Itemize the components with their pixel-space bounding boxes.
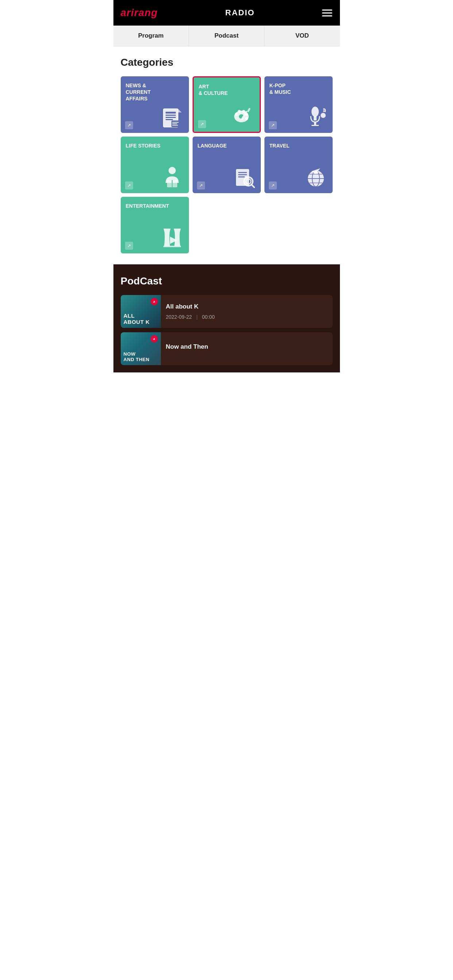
category-card-life[interactable]: LIFE STORIES ↗ — [121, 137, 189, 193]
language-arrow-icon: ↗ — [197, 181, 205, 189]
kpop-arrow-icon: ↗ — [269, 121, 277, 129]
category-label-entertainment: ENTERTAINMENT — [126, 203, 184, 209]
svg-rect-9 — [172, 123, 177, 124]
svg-rect-4 — [166, 117, 176, 118]
category-label-language: LANGUAGE — [198, 142, 256, 149]
svg-rect-23 — [312, 125, 319, 126]
life-icon — [126, 165, 184, 189]
podcast-time-all-about-k: 00:00 — [202, 314, 215, 320]
navigation-tabs: Program Podcast VOD — [113, 25, 340, 46]
tab-program[interactable]: Program — [113, 25, 189, 46]
podcast-info-all-about-k: All about K 2022-09-22 | 00:00 — [161, 298, 333, 325]
category-card-news[interactable]: NEWS &CURRENTAFFAIRS — [121, 76, 189, 133]
categories-section: Categories NEWS &CURRENTAFFAIRS — [113, 46, 340, 261]
podcast-date-all-about-k: 2022-09-22 — [166, 314, 192, 320]
svg-rect-31 — [238, 177, 245, 177]
podcast-info-now-and-then: Now and Then — [161, 338, 333, 359]
podcast-thumb-now-and-then: a NOWAND THEN — [121, 332, 161, 365]
svg-rect-8 — [172, 122, 179, 123]
podcast-name-now-and-then: Now and Then — [166, 343, 328, 350]
svg-rect-2 — [166, 112, 176, 113]
category-label-news: NEWS &CURRENTAFFAIRS — [126, 82, 184, 102]
art-arrow-icon: ↗ — [198, 120, 206, 128]
svg-point-15 — [242, 110, 245, 113]
podcast-section: PodCast a ALLABOUT K All about K 2022-09… — [113, 264, 340, 372]
podcast-thumb-all-about-k: a ALLABOUT K — [121, 295, 161, 328]
arirang-badge-icon-2: a — [150, 335, 158, 342]
arirang-logo: arirang — [121, 7, 158, 19]
news-icon — [126, 105, 184, 129]
category-card-entertainment[interactable]: ENTERTAINMENT ↗ — [121, 197, 189, 253]
art-icon — [199, 104, 255, 127]
svg-rect-19 — [247, 108, 250, 113]
svg-rect-5 — [166, 119, 173, 120]
podcast-name-all-about-k: All about K — [166, 303, 328, 310]
categories-heading: Categories — [121, 57, 333, 68]
svg-rect-22 — [314, 122, 316, 125]
svg-point-14 — [238, 110, 241, 113]
news-arrow-icon: ↗ — [125, 121, 133, 129]
category-card-art[interactable]: ART& CULTURE ↗ — [193, 76, 261, 133]
svg-rect-21 — [314, 116, 317, 121]
kpop-icon — [269, 105, 328, 129]
svg-point-25 — [168, 167, 176, 174]
travel-icon — [269, 165, 328, 189]
category-label-art: ART& CULTURE — [199, 83, 255, 96]
podcast-heading: PodCast — [121, 275, 333, 287]
page-title: RADIO — [225, 8, 255, 18]
podcast-meta-divider: | — [196, 314, 198, 320]
svg-point-17 — [245, 117, 248, 120]
arirang-badge-icon: a — [150, 298, 158, 305]
tab-vod[interactable]: VOD — [265, 25, 340, 46]
podcast-item-now-and-then[interactable]: a NOWAND THEN Now and Then — [121, 332, 333, 365]
svg-rect-30 — [238, 174, 247, 175]
svg-marker-6 — [178, 109, 182, 113]
entertainment-arrow-icon: ↗ — [125, 242, 133, 250]
category-card-travel[interactable]: TRAVEL ↗ — [265, 137, 333, 193]
travel-arrow-icon: ↗ — [269, 181, 277, 189]
svg-rect-10 — [172, 125, 178, 126]
category-card-language[interactable]: LANGUAGE ↗ — [193, 137, 261, 193]
svg-point-24 — [321, 113, 326, 118]
svg-point-13 — [235, 113, 238, 116]
svg-rect-29 — [238, 172, 247, 173]
svg-point-20 — [312, 107, 319, 117]
category-label-kpop: K-POP& MUSIC — [269, 82, 328, 95]
language-icon — [198, 165, 256, 189]
menu-line-2 — [322, 13, 332, 14]
podcast-meta-all-about-k: 2022-09-22 | 00:00 — [166, 314, 328, 320]
life-arrow-icon: ↗ — [125, 181, 133, 189]
svg-rect-41 — [163, 246, 181, 247]
svg-rect-3 — [166, 115, 176, 116]
podcast-list: a ALLABOUT K All about K 2022-09-22 | 00… — [121, 295, 333, 365]
menu-line-1 — [322, 10, 332, 11]
category-label-travel: TRAVEL — [269, 142, 328, 149]
app-header: arirang RADIO — [113, 0, 340, 25]
entertainment-icon — [126, 226, 184, 249]
categories-grid: NEWS &CURRENTAFFAIRS — [121, 76, 333, 253]
tab-podcast[interactable]: Podcast — [189, 25, 265, 46]
svg-line-34 — [252, 185, 254, 187]
category-card-kpop[interactable]: K-POP& MUSIC ↗ — [265, 76, 333, 133]
hamburger-menu-button[interactable] — [322, 10, 332, 16]
podcast-item-all-about-k[interactable]: a ALLABOUT K All about K 2022-09-22 | 00… — [121, 295, 333, 328]
category-label-life: LIFE STORIES — [126, 142, 184, 149]
menu-line-3 — [322, 15, 332, 16]
